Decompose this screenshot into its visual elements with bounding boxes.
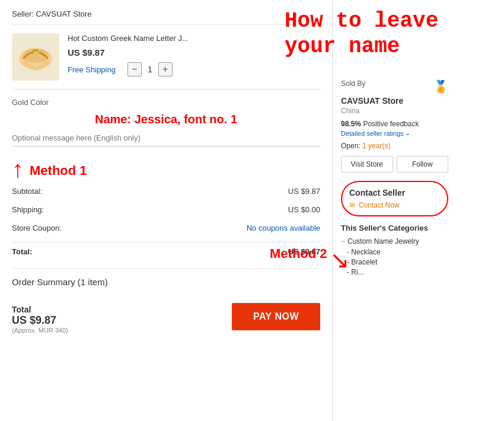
qty-value: 1 [148, 65, 152, 74]
feedback-pct: 98.5% [341, 120, 361, 128]
ratings-link[interactable]: Detailed seller ratings ⌄ [341, 129, 448, 137]
sold-by-row: Sold By 🏅 [341, 79, 448, 94]
visit-store-btn[interactable]: Visit Store [341, 156, 393, 173]
pay-now-button[interactable]: PAY NOW [232, 303, 320, 330]
cat-sub-3[interactable]: - Ri... [347, 268, 448, 276]
message-input[interactable] [12, 130, 320, 146]
ratings-link-text: Detailed seller ratings [341, 130, 404, 137]
order-total-section: Total US $9.87 (Approx. MUR 340) [12, 305, 68, 334]
arrow-up-icon: ↑ [12, 157, 24, 181]
coupon-label: Store Coupon: [12, 224, 62, 232]
store-action-btns: Visit Store Follow [341, 156, 448, 173]
chevron-down-icon: ⌄ [405, 129, 410, 137]
product-image: name [12, 33, 59, 81]
open-value: 1 year(s) [362, 142, 390, 150]
contact-seller-title: Contact Seller [349, 188, 440, 197]
cat-sub-bracelet[interactable]: - Bracelet [347, 258, 448, 266]
feedback-label: Positive feedback [363, 120, 419, 128]
shipping-label: Shipping: [12, 205, 44, 214]
contact-seller-section: Contact Seller ✉ Contact Now [341, 181, 448, 216]
subtotal-label: Subtotal: [12, 187, 42, 196]
qty-decrease-btn[interactable]: − [127, 62, 142, 76]
method1-annotation: ↑ Method 1 [12, 157, 320, 181]
order-total-label: Total [12, 305, 68, 314]
category-main: − Custom Name Jewelry [341, 237, 448, 245]
total-line: Total: US $9.87 [12, 242, 320, 261]
qty-increase-btn[interactable]: + [158, 62, 173, 76]
product-details: Hot Custom Greek Name Letter J... US $9.… [68, 33, 320, 76]
seller-name-text: Seller: CAVSUAT Store [12, 9, 91, 18]
feedback-row: 98.5% Positive feedback [341, 120, 448, 128]
product-price: US $9.87 [68, 47, 320, 58]
subtotal-value: US $9.87 [288, 187, 320, 196]
ribbon-icon: 🏅 [433, 79, 448, 94]
shipping-line: Shipping: US $0.00 [12, 205, 320, 219]
free-shipping-link[interactable]: Free Shipping [68, 65, 116, 74]
cat-main-label[interactable]: Custom Name Jewelry [347, 237, 419, 245]
total-value: US $9.87 [288, 247, 320, 256]
store-country: China [341, 107, 448, 115]
message-input-container [12, 130, 320, 146]
sold-by-label: Sold By [341, 79, 365, 88]
contact-now-text: Contact Now [359, 201, 400, 209]
subtotal-line: Subtotal: US $9.87 [12, 187, 320, 200]
product-row: name Hot Custom Greek Name Letter J... U… [12, 33, 320, 90]
store-name[interactable]: CAVSUAT Store [341, 96, 448, 106]
method1-label: Method 1 [30, 163, 87, 178]
email-icon: ✉ [349, 201, 355, 209]
sidebar: How to leaveyour name Sold By 🏅 CAVSUAT … [332, 0, 457, 421]
name-annotation: Name: Jessica, font no. 1 [12, 113, 320, 126]
bottom-row: Total US $9.87 (Approx. MUR 340) PAY NOW [12, 299, 320, 334]
categories-title: This Seller's Categories [341, 224, 448, 232]
order-total-amount: US $9.87 [12, 314, 68, 327]
total-label: Total: [12, 247, 32, 256]
product-title: Hot Custom Greek Name Letter J... [68, 33, 320, 44]
open-label: Open: [341, 142, 361, 150]
divider [12, 268, 320, 269]
cat-minus-icon: − [341, 237, 345, 245]
shipping-value: US $0.00 [288, 205, 320, 214]
order-summary-title: Order Summary (1 item) [12, 277, 320, 287]
open-row: Open: 1 year(s) [341, 142, 448, 150]
seller-header: Seller: CAVSUAT Store [12, 9, 320, 25]
contact-now-link[interactable]: ✉ Contact Now [349, 201, 440, 209]
cat-sub-necklace[interactable]: - Necklace [347, 248, 448, 256]
name-instruction-text: Name: Jessica, font no. 1 [95, 113, 237, 126]
coupon-line: Store Coupon: No coupons available [12, 224, 320, 237]
color-label: Gold Color [12, 98, 320, 107]
qty-controls: − 1 + [127, 62, 173, 76]
order-approx: (Approx. MUR 340) [12, 327, 68, 334]
follow-btn[interactable]: Follow [397, 156, 449, 173]
coupon-link[interactable]: No coupons available [247, 224, 320, 232]
svg-text:name: name [34, 50, 40, 53]
